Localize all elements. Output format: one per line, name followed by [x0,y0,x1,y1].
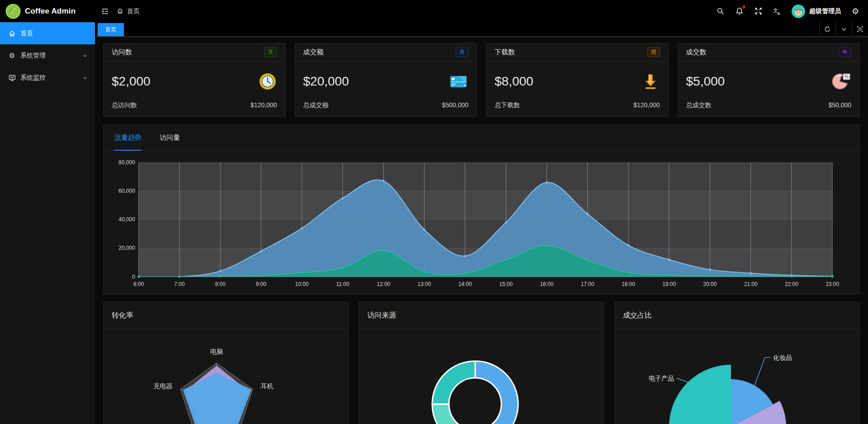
svg-text:40,000: 40,000 [118,216,135,223]
tab-visit-volume[interactable]: 访问量 [160,125,180,150]
sidebar-item-label: 系统监控 [20,74,46,82]
svg-text:60,000: 60,000 [118,188,135,194]
menu-fold-icon[interactable] [100,7,109,16]
svg-text:15:00: 15:00 [499,281,513,287]
stat-footer-label: 总成交额 [303,101,329,110]
stat-footer-label: 总下载数 [495,101,520,110]
svg-text:12:00: 12:00 [377,281,390,287]
card-title: 访问来源 [367,311,396,320]
chevron-down-icon [82,53,88,58]
svg-text:20,000: 20,000 [118,245,135,251]
sidebar-menu: 首页 ⚙ 系统管理 系统监控 [0,22,95,89]
svg-text:充电器: 充电器 [154,382,173,390]
svg-text:7:00: 7:00 [174,281,185,287]
sidebar-item-label: 首页 [20,29,33,38]
card-title: 成交占比 [623,311,652,320]
card-title: 成交额 [303,48,324,57]
avatar [792,5,805,18]
stat-card-turnover: 成交额 月 $20,000 [295,43,477,117]
tab-traffic-trend[interactable]: 流量趋势 [114,125,142,150]
radar-chart: 电脑耳机充电器 [104,329,349,424]
sidebar-item-label: 系统管理 [20,52,46,60]
sidebar: Coffee Admin 首页 ⚙ 系统管理 [0,0,95,424]
breadcrumb[interactable]: 首页 [117,7,140,15]
svg-text:8:00: 8:00 [215,281,226,287]
page-tabbar: 首页 [95,22,868,37]
pie-chart: 化妆品电子产品 [615,329,859,424]
svg-text:%: % [844,74,849,79]
stats-row: 访问数 月 $2,000 [103,43,860,117]
stat-footer-value: $50,000 [828,101,851,110]
period-badge: 月 [264,48,277,57]
svg-text:18:00: 18:00 [622,281,635,287]
period-badge: 月 [456,48,468,57]
svg-text:23:00: 23:00 [826,281,839,287]
translate-icon[interactable]: 文 A [773,7,782,16]
fullscreen-icon[interactable] [754,7,763,16]
maximize-icon[interactable] [852,22,868,36]
svg-text:电子产品: 电子产品 [649,375,674,382]
svg-text:0: 0 [132,274,135,280]
stat-value: $20,000 [303,74,349,89]
svg-text:6:00: 6:00 [133,281,144,287]
stat-value: $8,000 [495,74,533,89]
card-title: 转化率 [112,311,133,320]
monitor-icon [8,74,16,81]
area-chart: 020,00040,00060,00080,0006:007:008:009:0… [113,156,850,292]
stat-footer-label: 总成交数 [686,101,712,110]
bank-card-icon [448,72,468,91]
logo-leaf-icon [5,4,21,19]
brand-header: Coffee Admin [0,0,95,22]
svg-text:14:00: 14:00 [458,281,472,287]
donut-chart [359,329,604,424]
card-title: 下载数 [495,48,515,57]
pie-icon: % [831,72,851,91]
home-icon [8,29,16,37]
svg-text:10:00: 10:00 [295,281,309,287]
chevron-down-icon [82,75,88,81]
svg-text:17:00: 17:00 [581,281,594,287]
svg-text:耳机: 耳机 [260,382,273,390]
visit-source-card: 访问来源 [359,302,604,424]
main-column: 首页 [95,0,868,424]
stat-card-visits: 访问数 月 $2,000 [103,43,286,117]
stat-card-downloads: 下载数 周 $8,000 [486,43,669,117]
tab-home[interactable]: 首页 [98,23,124,36]
stat-card-deals: 成交数 年 $5,000 % [678,43,860,117]
stat-footer-value: $500,000 [442,101,468,110]
sidebar-item-system-monitor[interactable]: 系统监控 [0,67,95,89]
card-title: 成交数 [686,48,707,57]
svg-text:电脑: 电脑 [210,348,223,355]
svg-text:21:00: 21:00 [744,281,758,287]
gear-icon: ⚙ [8,52,16,59]
svg-text:16:00: 16:00 [540,281,553,287]
stat-value: $2,000 [112,74,151,89]
bell-icon[interactable] [735,7,744,16]
tab-controls [819,22,868,36]
chevron-down-icon[interactable] [835,22,852,36]
svg-text:11:00: 11:00 [336,281,349,287]
conversion-rate-card: 转化率 电脑耳机充电器 [103,302,349,424]
content-area: 访问数 月 $2,000 [95,37,868,424]
search-icon[interactable] [716,7,725,16]
deal-share-card: 成交占比 化妆品电子产品 [614,302,860,424]
top-navbar: 首页 [95,0,868,22]
stat-footer-value: $120,000 [250,101,277,110]
notification-dot [742,5,745,9]
stat-footer-label: 总访问数 [112,101,137,110]
svg-text:13:00: 13:00 [418,281,431,287]
period-badge: 年 [839,48,851,57]
svg-text:80,000: 80,000 [118,159,135,166]
refresh-icon[interactable] [819,22,835,36]
sidebar-item-home[interactable]: 首页 [0,22,95,44]
user-menu[interactable]: 超级管理员 [792,5,841,18]
tab-label: 首页 [105,26,116,33]
sidebar-item-system-management[interactable]: ⚙ 系统管理 [0,44,95,67]
trend-panel: 流量趋势 访问量 020,00040,00060,00080,0006:007:… [103,124,860,295]
brand-title: Coffee Admin [25,7,75,16]
download-icon [641,72,660,91]
breadcrumb-label: 首页 [127,7,140,15]
trend-chart: 020,00040,00060,00080,0006:007:008:009:0… [104,151,859,294]
settings-gear-icon[interactable]: ⚙ [851,7,860,16]
card-title: 访问数 [112,48,132,57]
